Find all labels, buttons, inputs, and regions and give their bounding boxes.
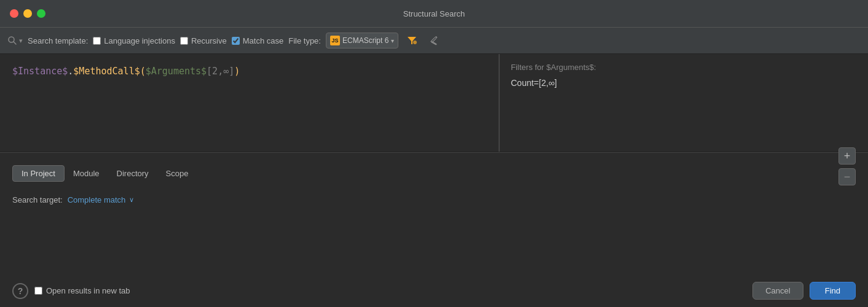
filters-panel: Filters for $Arguments$: Count=[2,∞] + − bbox=[499, 54, 868, 152]
scope-tab-module[interactable]: Module bbox=[65, 166, 108, 181]
search-template-label: Search template: bbox=[28, 36, 88, 45]
open-results-label[interactable]: Open results in new tab bbox=[46, 286, 130, 295]
bottom-bar: ? Open results in new tab Cancel Find bbox=[0, 274, 868, 307]
code-open-paren: ( bbox=[140, 64, 146, 79]
language-injections-checkbox[interactable] bbox=[93, 37, 101, 45]
search-target-chevron: ∨ bbox=[129, 196, 134, 204]
code-instance: $Instance$ bbox=[12, 64, 68, 79]
filter-icon-button[interactable] bbox=[403, 33, 420, 49]
language-injections-label[interactable]: Language injections bbox=[104, 36, 175, 45]
code-close-paren: ) bbox=[234, 64, 240, 79]
window-title: Structural Search bbox=[403, 9, 465, 18]
scope-tabs-row: In Project Module Directory Scope bbox=[0, 153, 868, 188]
scope-tab-scope[interactable]: Scope bbox=[157, 166, 197, 181]
match-case-group: Match case bbox=[232, 36, 283, 45]
add-filter-button[interactable]: + bbox=[838, 147, 856, 165]
code-editor[interactable]: $Instance$.$MethodCall$($Arguments$ [2,∞… bbox=[0, 54, 499, 152]
svg-point-3 bbox=[413, 41, 417, 44]
search-target-label: Search target: bbox=[12, 195, 63, 204]
search-target-value: Complete match bbox=[68, 195, 126, 204]
match-case-checkbox[interactable] bbox=[232, 37, 240, 45]
code-line: $Instance$.$MethodCall$($Arguments$ [2,∞… bbox=[12, 64, 240, 79]
code-count: [2,∞] bbox=[207, 64, 234, 79]
search-icon: ▾ bbox=[7, 36, 23, 45]
svg-line-1 bbox=[14, 42, 16, 44]
chevron-down-icon: ▾ bbox=[391, 37, 394, 44]
cancel-button[interactable]: Cancel bbox=[752, 282, 803, 300]
code-arguments: $Arguments$ bbox=[146, 64, 207, 79]
recursive-label[interactable]: Recursive bbox=[191, 36, 227, 45]
search-target-row: Search target: Complete match ∨ bbox=[0, 188, 868, 212]
scope-tab-in-project[interactable]: In Project bbox=[12, 165, 65, 182]
scope-tab-directory[interactable]: Directory bbox=[108, 166, 157, 181]
file-type-value: ECMAScript 6 bbox=[342, 36, 389, 45]
recursive-checkbox[interactable] bbox=[180, 37, 188, 45]
open-results-checkbox[interactable] bbox=[34, 287, 42, 295]
match-case-label[interactable]: Match case bbox=[243, 36, 283, 45]
open-results-group: Open results in new tab bbox=[34, 286, 130, 295]
window-controls bbox=[10, 9, 45, 18]
remove-filter-button[interactable]: − bbox=[838, 168, 856, 185]
wrench-icon-button[interactable] bbox=[425, 33, 443, 49]
search-target-dropdown[interactable]: Complete match ∨ bbox=[68, 195, 135, 204]
toolbar: ▾ Search template: Language injections R… bbox=[0, 27, 868, 54]
title-bar: Structural Search bbox=[0, 0, 868, 27]
recursive-group: Recursive bbox=[180, 36, 227, 45]
file-type-label: File type: bbox=[288, 36, 321, 45]
svg-line-4 bbox=[432, 42, 436, 44]
filters-title: Filters for $Arguments$: bbox=[511, 63, 857, 72]
filters-count: Count=[2,∞] bbox=[511, 78, 857, 88]
minimize-button[interactable] bbox=[23, 9, 32, 18]
main-content: $Instance$.$MethodCall$($Arguments$ [2,∞… bbox=[0, 54, 868, 152]
help-button[interactable]: ? bbox=[12, 283, 28, 299]
close-button[interactable] bbox=[10, 9, 18, 18]
code-dot: . bbox=[68, 64, 73, 79]
find-button[interactable]: Find bbox=[810, 282, 856, 300]
js-icon: JS bbox=[330, 36, 340, 45]
file-type-dropdown[interactable]: JS ECMAScript 6 ▾ bbox=[326, 33, 398, 49]
language-injections-group: Language injections bbox=[93, 36, 175, 45]
code-method: $MethodCall$ bbox=[73, 64, 140, 79]
maximize-button[interactable] bbox=[37, 9, 45, 18]
